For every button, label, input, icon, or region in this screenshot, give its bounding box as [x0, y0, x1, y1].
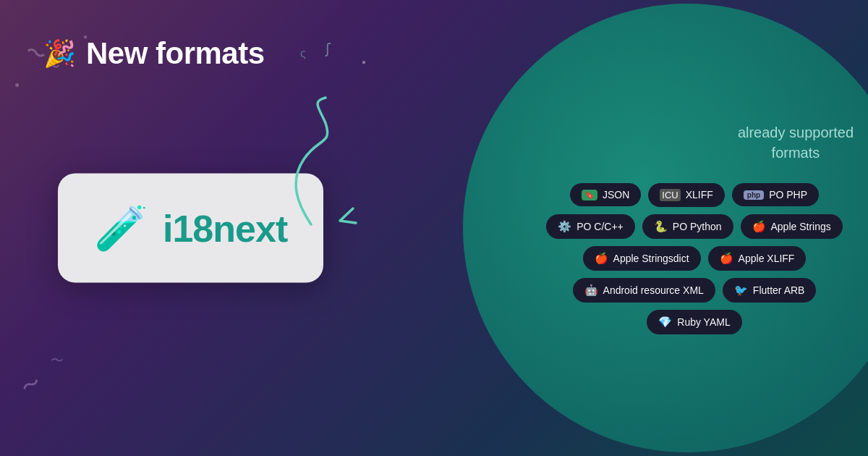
badges-container: 🔖 JSON ICU XLIFF php PO PHP ⚙️ PO C/C++ …	[546, 183, 843, 334]
xliff-icon: ICU	[660, 189, 680, 201]
deco-bottom-1: 〜	[17, 370, 46, 401]
badge-row-2: ⚙️ PO C/C++ 🐍 PO Python 🍎 Apple Strings	[546, 214, 843, 239]
badge-ruby-yaml: 💎 Ruby YAML	[647, 310, 741, 334]
deco-dot-2: ●	[14, 80, 20, 90]
deco-bottom-2: 〜	[51, 352, 64, 369]
badge-po-python: 🐍 PO Python	[642, 214, 733, 239]
badge-xliff: ICU XLIFF	[648, 183, 725, 207]
badge-po-php: php PO PHP	[732, 183, 819, 206]
badge-row-1: 🔖 JSON ICU XLIFF php PO PHP	[570, 183, 819, 207]
flutter-arb-label: Flutter ARB	[753, 284, 805, 296]
badge-json: 🔖 JSON	[570, 183, 641, 206]
apple-stringsdict-label: Apple Stringsdict	[613, 253, 689, 264]
badge-apple-strings: 🍎 Apple Strings	[741, 214, 843, 239]
badge-flutter-arb: 🐦 Flutter ARB	[723, 278, 817, 303]
deco-dot-3: ●	[362, 58, 366, 66]
badge-row-4: 🤖 Android resource XML 🐦 Flutter ARB	[573, 278, 817, 303]
po-php-label: PO PHP	[769, 189, 807, 200]
teal-circle: already supported formats 🔖 JSON ICU XLI…	[463, 4, 868, 452]
deco-s-2: ς	[300, 47, 306, 60]
badge-po-cpp: ⚙️ PO C/C++	[546, 214, 635, 239]
already-supported-label: already supported formats	[738, 122, 854, 163]
apple-icon-3: 🍎	[720, 252, 733, 265]
arrow-decoration	[268, 94, 398, 239]
po-python-label: PO Python	[673, 221, 722, 232]
apple-strings-label: Apple Strings	[771, 221, 831, 232]
badge-apple-xliff: 🍎 Apple XLIFF	[708, 246, 807, 271]
flask-icon: 🧪	[94, 203, 148, 254]
page-title: New formats	[86, 36, 265, 71]
ruby-yaml-label: Ruby YAML	[677, 316, 730, 328]
badge-row-5: 💎 Ruby YAML	[647, 310, 741, 334]
badge-apple-stringsdict: 🍎 Apple Stringsdict	[583, 246, 701, 271]
badge-row-3: 🍎 Apple Stringsdict 🍎 Apple XLIFF	[583, 246, 807, 271]
php-icon: php	[744, 190, 764, 200]
po-cpp-label: PO C/C++	[576, 221, 624, 232]
android-xml-label: Android resource XML	[603, 284, 704, 296]
ruby-icon: 💎	[658, 316, 672, 329]
flutter-icon: 🐦	[734, 284, 748, 297]
header: 🎉 New formats	[43, 36, 265, 71]
apple-icon-2: 🍎	[595, 252, 608, 265]
python-icon: 🐍	[654, 220, 668, 233]
party-icon: 🎉	[43, 38, 76, 69]
apple-xliff-label: Apple XLIFF	[739, 253, 795, 264]
deco-s-1: ʃ	[326, 40, 331, 57]
xliff-label: XLIFF	[686, 189, 713, 200]
cpp-icon: ⚙️	[558, 220, 571, 233]
apple-icon-1: 🍎	[752, 220, 766, 233]
json-icon: 🔖	[582, 190, 597, 200]
android-icon: 🤖	[584, 284, 598, 297]
badge-android-xml: 🤖 Android resource XML	[573, 278, 715, 303]
json-label: JSON	[603, 189, 629, 200]
